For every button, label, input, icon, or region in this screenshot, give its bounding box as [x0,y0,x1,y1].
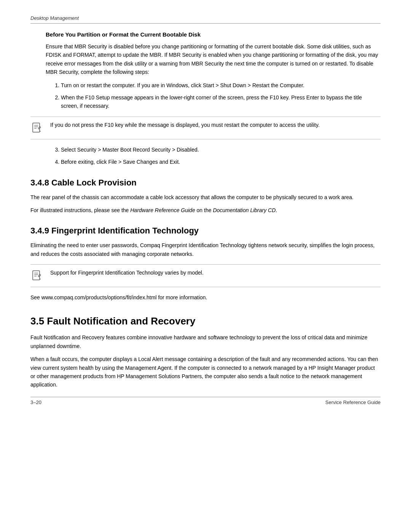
header-left-text: Desktop Management [30,15,79,21]
pencil-icon-2 [30,269,44,283]
section-348-body1: The rear panel of the chassis can accomm… [30,193,381,201]
step-3: Select Security > Master Boot Record Sec… [61,145,381,154]
section-35-body2: When a fault occurs, the computer displa… [30,355,381,389]
before-partition-steps-cont: Select Security > Master Boot Record Sec… [61,145,381,166]
footer-page-number: 3–20 [30,399,41,405]
section-349-heading: 3.4.9 Fingerprint Identification Technol… [30,226,381,236]
page-footer: 3–20 Service Reference Guide [30,397,381,405]
section-348-body2: For illustrated instructions, please see… [30,206,381,214]
section-348: 3.4.8 Cable Lock Provision The rear pane… [30,178,381,215]
note-text-1: If you do not press the F10 key while th… [50,121,381,129]
page-container: Desktop Management Before You Partition … [0,0,411,417]
footer-guide-title: Service Reference Guide [325,399,381,405]
note-text-2: Support for Fingerprint Identification T… [50,268,381,277]
section-35-heading: 3.5 Fault Notification and Recovery [30,315,381,327]
note-box-2: Support for Fingerprint Identification T… [30,264,381,287]
pencil-icon [30,121,44,135]
before-partition-steps: Turn on or restart the computer. If you … [61,81,381,110]
section-349-body2: See www.compaq.com/products/options/fit/… [30,293,381,302]
section-349-body1: Eliminating the need to enter user passw… [30,241,381,258]
step-2: When the F10 Setup message appears in th… [61,93,381,110]
page-header: Desktop Management [30,15,381,24]
section-348-heading: 3.4.8 Cable Lock Provision [30,178,381,188]
note-box-1: If you do not press the F10 key while th… [30,117,381,139]
before-partition-body1: Ensure that MBR Security is disabled bef… [46,42,381,77]
step-1: Turn on or restart the computer. If you … [61,81,381,89]
section-35: 3.5 Fault Notification and Recovery Faul… [30,315,381,389]
step-4: Before exiting, click File > Save Change… [61,158,381,166]
before-partition-heading: Before You Partition or Format the Curre… [46,31,381,38]
section-349: 3.4.9 Fingerprint Identification Technol… [30,226,381,302]
section-before-you-partition: Before You Partition or Format the Curre… [30,31,381,166]
section-35-body1: Fault Notification and Recovery features… [30,333,381,350]
